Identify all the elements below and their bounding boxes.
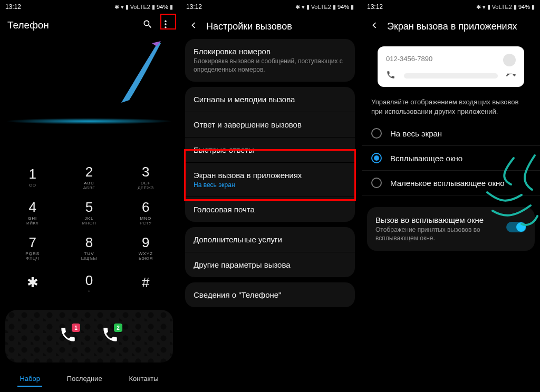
row-ringtones[interactable]: Сигналы и мелодии вызова <box>185 87 355 112</box>
row-quick-replies[interactable]: Быстрые ответы <box>185 137 355 162</box>
key-star[interactable]: ✱ <box>4 265 61 300</box>
wifi-icon: ▾ <box>483 4 486 11</box>
row-title: Экран вызова в приложениях <box>194 171 302 180</box>
battery-label: 94% <box>157 4 168 10</box>
battery-icon: ▮ <box>532 4 535 11</box>
row-other-settings[interactable]: Другие параметры вызова <box>185 252 355 277</box>
preview-number: 012-3456-7890 <box>386 55 516 63</box>
phone-accept-icon <box>386 70 396 82</box>
help-text: Управляйте отображением входящих вызовов… <box>362 94 540 121</box>
status-right: ✱ ▾ ▮ VoLTE2 ▮ 94% ▮ <box>295 4 354 11</box>
call-buttons: 1 2 <box>0 326 178 346</box>
row-answer-end[interactable]: Ответ и завершение вызовов <box>185 112 355 137</box>
settings-list: Блокировка номеров Блокировка вызовов и … <box>181 39 359 307</box>
sim1-badge: 1 <box>72 324 80 332</box>
popup-call-toggle-card: Вызов во всплывающем окне Отображение пр… <box>367 207 535 251</box>
battery-icon: ▮ <box>170 4 173 11</box>
radio-popup[interactable]: Всплывающее окно <box>362 146 540 171</box>
row-call-screen-apps[interactable]: Экран вызова в приложениях На весь экран <box>185 162 355 197</box>
back-icon[interactable] <box>188 20 199 33</box>
radio-small-popup[interactable]: Маленькое всплывающее окно <box>362 171 540 195</box>
divider-glow <box>5 118 173 124</box>
bluetooth-icon: ✱ <box>295 4 300 11</box>
status-time: 13:12 <box>367 3 383 11</box>
key-1[interactable]: 1ОО <box>4 159 61 194</box>
key-3[interactable]: 3DEFДЕЁЖЗ <box>118 159 174 194</box>
screen3-header: Экран вызова в приложениях <box>362 14 540 39</box>
status-bar: 13:12 ✱ ▾ ▮ VoLTE2 ▮ 94% ▮ <box>181 0 359 14</box>
status-right: ✱ ▾ ▮ VoLTE2 ▮ 94% ▮ <box>476 4 535 11</box>
key-0[interactable]: 0+ <box>61 265 117 300</box>
radio-label: На весь экран <box>390 129 442 138</box>
signal-icon: ▮ <box>306 4 310 11</box>
back-icon[interactable] <box>369 20 380 33</box>
row-block-numbers[interactable]: Блокировка номеров Блокировка вызовов и … <box>185 39 355 82</box>
toggle-switch[interactable] <box>506 222 526 232</box>
phone-screen-3: 13:12 ✱ ▾ ▮ VoLTE2 ▮ 94% ▮ Экран вызова … <box>362 0 540 392</box>
wifi-icon: ▾ <box>302 4 305 11</box>
signal-icon: ▮ <box>487 4 490 11</box>
battery-icon: ▮ <box>351 4 354 11</box>
phone-decline-icon <box>506 70 516 82</box>
toggle-title: Вызов во всплывающем окне <box>375 215 506 224</box>
radio-label: Маленькое всплывающее окно <box>390 179 505 188</box>
bottom-tabs: Набор Последние Контакты <box>0 371 178 387</box>
phone-screen-2: 13:12 ✱ ▾ ▮ VoLTE2 ▮ 94% ▮ Настройки выз… <box>181 0 359 392</box>
wallpaper <box>0 37 178 121</box>
key-hash[interactable]: # <box>118 265 174 300</box>
volte-label: VoLTE2 <box>130 4 150 10</box>
avatar-icon <box>503 54 516 66</box>
status-time: 13:12 <box>5 3 21 11</box>
sim2-call-button[interactable]: 2 <box>101 326 119 346</box>
search-icon[interactable] <box>142 19 153 32</box>
key-2[interactable]: 2ABCАБВГ <box>61 159 117 194</box>
row-voicemail[interactable]: Голосовая почта <box>185 197 355 222</box>
sim1-call-button[interactable]: 1 <box>59 326 77 346</box>
phone-screen-1: 13:12 ✱ ▾ ▮ VoLTE2 ▮ 94% ▮ Телефон <box>0 0 178 392</box>
row-subtitle: Блокировка вызовов и сообщений, поступаю… <box>194 57 346 74</box>
tab-dial[interactable]: Набор <box>17 371 42 387</box>
preview-slider <box>404 73 498 79</box>
status-bar: 13:12 ✱ ▾ ▮ VoLTE2 ▮ 94% ▮ <box>362 0 540 14</box>
row-title: Блокировка номеров <box>194 47 271 56</box>
toggle-subtitle: Отображение принятых вызовов во всплываю… <box>375 226 506 242</box>
phone-header: Телефон <box>0 14 178 37</box>
radio-icon <box>371 128 382 139</box>
signal2-icon: ▮ <box>152 4 155 11</box>
signal-icon: ▮ <box>126 4 129 11</box>
row-additional-services[interactable]: Дополнительные услуги <box>185 227 355 252</box>
battery-label: 94% <box>338 4 349 10</box>
svg-point-2 <box>165 26 166 28</box>
key-4[interactable]: 4GHIИЙКЛ <box>4 194 61 230</box>
more-icon[interactable] <box>160 19 171 32</box>
row-subtitle: На весь экран <box>194 181 346 189</box>
key-9[interactable]: 9WXYZЬЭЮЯ <box>118 230 174 265</box>
svg-point-1 <box>165 23 166 25</box>
radio-label: Всплывающее окно <box>390 154 462 163</box>
sim2-badge: 2 <box>114 324 122 332</box>
bluetooth-icon: ✱ <box>114 4 119 11</box>
tab-recent[interactable]: Последние <box>65 371 104 387</box>
status-time: 13:12 <box>186 3 202 11</box>
status-right: ✱ ▾ ▮ VoLTE2 ▮ 94% ▮ <box>114 4 173 11</box>
svg-point-0 <box>165 21 166 22</box>
settings-title: Настройки вызовов <box>206 21 292 32</box>
row-about-phone[interactable]: Сведения о "Телефоне" <box>185 282 355 307</box>
settings-header: Настройки вызовов <box>181 14 359 39</box>
key-6[interactable]: 6MNOРСТУ <box>118 194 174 230</box>
status-bar: 13:12 ✱ ▾ ▮ VoLTE2 ▮ 94% ▮ <box>0 0 178 14</box>
tab-contacts[interactable]: Контакты <box>127 371 160 387</box>
dialpad: 1ОО 2ABCАБВГ 3DEFДЕЁЖЗ 4GHIИЙКЛ 5JKLМНОП… <box>0 159 178 300</box>
radio-icon <box>371 153 382 163</box>
radio-fullscreen[interactable]: На весь экран <box>362 121 540 146</box>
key-8[interactable]: 8TUVШЩЪЫ <box>61 230 117 265</box>
call-preview: 012-3456-7890 <box>378 46 524 87</box>
volte-label: VoLTE2 <box>311 4 331 10</box>
key-5[interactable]: 5JKLМНОП <box>61 194 117 230</box>
app-title: Телефон <box>7 19 49 31</box>
volte-label: VoLTE2 <box>492 4 512 10</box>
key-7[interactable]: 7PQRSФХЦЧ <box>4 230 61 265</box>
signal2-icon: ▮ <box>514 4 517 11</box>
bluetooth-icon: ✱ <box>476 4 481 11</box>
screen3-title: Экран вызова в приложениях <box>387 21 517 32</box>
